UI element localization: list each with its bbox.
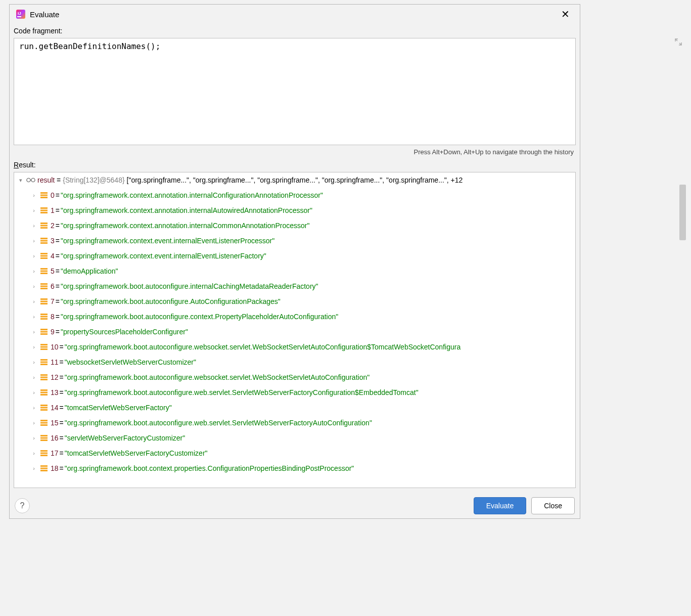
svg-rect-38 bbox=[40, 348, 48, 350]
svg-rect-36 bbox=[40, 344, 48, 345]
chevron-right-icon[interactable]: › bbox=[29, 283, 38, 289]
svg-rect-20 bbox=[40, 257, 48, 259]
result-item-row[interactable]: ›17 = "tomcatServletWebServerFactoryCust… bbox=[14, 446, 575, 461]
dialog-footer: ? Evaluate Close bbox=[10, 492, 580, 518]
result-scrollbar[interactable] bbox=[679, 185, 686, 478]
result-item-row[interactable]: ›4 = "org.springframework.context.event.… bbox=[14, 248, 575, 263]
result-item-row[interactable]: ›3 = "org.springframework.context.event.… bbox=[14, 233, 575, 248]
result-item-row[interactable]: ›1 = "org.springframework.context.annota… bbox=[14, 203, 575, 218]
dialog-title: Evaluate bbox=[30, 10, 557, 19]
chevron-right-icon[interactable]: › bbox=[29, 329, 38, 335]
item-index: 17 bbox=[51, 449, 59, 457]
item-index: 5 bbox=[51, 267, 55, 275]
item-value: "org.springframework.context.event.inter… bbox=[61, 237, 274, 245]
help-button[interactable]: ? bbox=[15, 498, 30, 513]
item-index: 8 bbox=[51, 313, 55, 321]
item-index: 4 bbox=[51, 252, 55, 260]
titlebar: IJ Evaluate ✕ bbox=[10, 5, 580, 24]
svg-rect-21 bbox=[40, 268, 48, 270]
svg-rect-19 bbox=[40, 255, 48, 257]
result-item-row[interactable]: ›8 = "org.springframework.boot.autoconfi… bbox=[14, 309, 575, 324]
result-item-row[interactable]: ›2 = "org.springframework.context.annota… bbox=[14, 218, 575, 233]
item-value: "propertySourcesPlaceholderConfigurer" bbox=[61, 328, 188, 336]
result-item-row[interactable]: ›18 = "org.springframework.boot.context.… bbox=[14, 461, 575, 476]
chevron-right-icon[interactable]: › bbox=[29, 465, 38, 471]
item-value: "tomcatServletWebServerFactory" bbox=[65, 404, 172, 412]
item-value: "org.springframework.context.annotation.… bbox=[61, 206, 312, 214]
item-index: 10 bbox=[51, 343, 59, 351]
expand-editor-icon[interactable] bbox=[675, 38, 682, 47]
array-element-icon bbox=[39, 358, 49, 367]
svg-rect-58 bbox=[40, 453, 48, 454]
result-item-row[interactable]: ›7 = "org.springframework.boot.autoconfi… bbox=[14, 294, 575, 309]
result-preview: ["org.springframe...", "org.springframe.… bbox=[127, 176, 463, 184]
svg-rect-57 bbox=[40, 450, 48, 452]
result-label: Result: bbox=[14, 161, 576, 169]
chevron-right-icon[interactable]: › bbox=[29, 344, 38, 350]
chevron-right-icon[interactable]: › bbox=[29, 389, 38, 395]
chevron-right-icon[interactable]: › bbox=[29, 420, 38, 426]
chevron-right-icon[interactable]: › bbox=[29, 223, 38, 229]
chevron-down-icon[interactable]: ▾ bbox=[16, 177, 25, 184]
result-tree[interactable]: ▾ result = {String[132]@5648} ["org.spri… bbox=[14, 172, 576, 488]
item-index: 2 bbox=[51, 222, 55, 230]
svg-rect-1 bbox=[17, 16, 21, 17]
svg-rect-11 bbox=[40, 212, 48, 213]
svg-rect-31 bbox=[40, 316, 48, 318]
chevron-right-icon[interactable]: › bbox=[29, 192, 38, 198]
svg-rect-35 bbox=[40, 333, 48, 335]
result-item-row[interactable]: ›0 = "org.springframework.context.annota… bbox=[14, 188, 575, 203]
svg-rect-42 bbox=[40, 374, 48, 376]
result-item-row[interactable]: ›14 = "tomcatServletWebServerFactory" bbox=[14, 400, 575, 415]
chevron-right-icon[interactable]: › bbox=[29, 268, 38, 274]
code-fragment-label: Code fragment: bbox=[14, 27, 576, 35]
scrollbar-thumb[interactable] bbox=[679, 185, 686, 240]
evaluate-button[interactable]: Evaluate bbox=[474, 497, 526, 514]
item-index: 1 bbox=[51, 206, 55, 214]
item-index: 0 bbox=[51, 191, 55, 199]
close-icon[interactable]: ✕ bbox=[557, 8, 574, 20]
chevron-right-icon[interactable]: › bbox=[29, 253, 38, 259]
chevron-right-icon[interactable]: › bbox=[29, 405, 38, 411]
item-value: "org.springframework.context.event.inter… bbox=[61, 252, 266, 260]
array-element-icon bbox=[39, 373, 49, 382]
item-index: 15 bbox=[51, 419, 59, 427]
svg-rect-10 bbox=[40, 210, 48, 211]
item-index: 18 bbox=[51, 464, 59, 472]
item-value: "demoApplication" bbox=[61, 267, 118, 275]
result-item-row[interactable]: ›10 = "org.springframework.boot.autoconf… bbox=[14, 339, 575, 355]
result-item-row[interactable]: ›15 = "org.springframework.boot.autoconf… bbox=[14, 415, 575, 430]
chevron-right-icon[interactable]: › bbox=[29, 450, 38, 456]
svg-rect-7 bbox=[40, 195, 48, 196]
svg-point-4 bbox=[31, 178, 35, 182]
result-item-row[interactable]: ›16 = "servletWebServerFactoryCustomizer… bbox=[14, 430, 575, 446]
code-fragment-input[interactable] bbox=[14, 38, 576, 145]
svg-rect-41 bbox=[40, 364, 48, 365]
result-item-row[interactable]: ›6 = "org.springframework.boot.autoconfi… bbox=[14, 279, 575, 294]
svg-rect-61 bbox=[40, 468, 48, 469]
item-value: "org.springframework.boot.autoconfigure.… bbox=[61, 297, 281, 305]
svg-rect-28 bbox=[40, 301, 48, 302]
chevron-right-icon[interactable]: › bbox=[29, 435, 38, 441]
chevron-right-icon[interactable]: › bbox=[29, 314, 38, 320]
item-index: 16 bbox=[51, 434, 59, 442]
array-element-icon bbox=[39, 342, 49, 351]
result-item-row[interactable]: ›9 = "propertySourcesPlaceholderConfigur… bbox=[14, 324, 575, 339]
result-item-row[interactable]: ›13 = "org.springframework.boot.autoconf… bbox=[14, 385, 575, 400]
item-value: "tomcatServletWebServerFactoryCustomizer… bbox=[65, 449, 208, 457]
svg-rect-13 bbox=[40, 225, 48, 227]
chevron-right-icon[interactable]: › bbox=[29, 207, 38, 213]
chevron-right-icon[interactable]: › bbox=[29, 238, 38, 244]
result-item-row[interactable]: ›5 = "demoApplication" bbox=[14, 263, 575, 279]
result-root-row[interactable]: ▾ result = {String[132]@5648} ["org.spri… bbox=[14, 172, 575, 188]
close-button[interactable]: Close bbox=[531, 497, 575, 514]
chevron-right-icon[interactable]: › bbox=[29, 374, 38, 380]
array-element-icon bbox=[39, 282, 49, 291]
result-item-row[interactable]: ›12 = "org.springframework.boot.autoconf… bbox=[14, 370, 575, 385]
chevron-right-icon[interactable]: › bbox=[29, 359, 38, 365]
svg-rect-47 bbox=[40, 394, 48, 395]
array-element-icon bbox=[39, 449, 49, 458]
result-item-row[interactable]: ›11 = "websocketServletWebServerCustomiz… bbox=[14, 355, 575, 370]
chevron-right-icon[interactable]: › bbox=[29, 298, 38, 304]
svg-rect-8 bbox=[40, 197, 48, 198]
